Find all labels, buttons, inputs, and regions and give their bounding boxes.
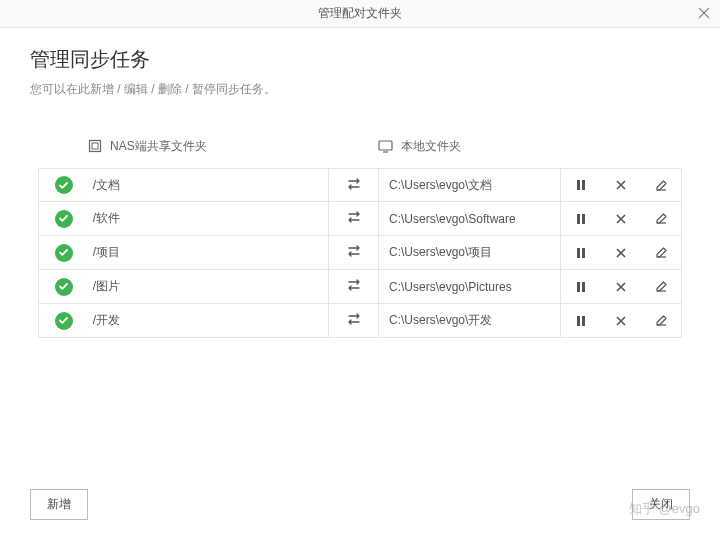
pause-icon[interactable]	[568, 179, 594, 191]
local-path: C:\Users\evgo\Software	[389, 212, 516, 226]
nas-column-label: NAS端共享文件夹	[110, 138, 207, 155]
sync-table: NAS端共享文件夹 本地文件夹 /文档 C	[30, 130, 690, 338]
edit-icon[interactable]	[648, 314, 674, 327]
add-button[interactable]: 新增	[30, 489, 88, 520]
pause-icon[interactable]	[568, 213, 594, 225]
svg-rect-0	[90, 141, 101, 152]
page-title: 管理同步任务	[30, 46, 690, 73]
nas-path: /软件	[93, 210, 120, 227]
sync-direction-icon	[346, 210, 362, 227]
status-ok-icon	[55, 312, 73, 330]
close-icon[interactable]	[698, 6, 710, 22]
svg-rect-13	[582, 316, 585, 326]
svg-rect-1	[92, 143, 98, 149]
delete-icon[interactable]	[608, 281, 634, 293]
nas-folder-icon	[88, 139, 102, 153]
edit-icon[interactable]	[648, 179, 674, 192]
content: 管理同步任务 您可以在此新增 / 编辑 / 删除 / 暂停同步任务。 NAS端共…	[0, 28, 720, 348]
local-path: C:\Users\evgo\开发	[389, 312, 492, 329]
pause-icon[interactable]	[568, 315, 594, 327]
nas-path: /开发	[93, 312, 120, 329]
svg-rect-4	[577, 180, 580, 190]
delete-icon[interactable]	[608, 179, 634, 191]
sync-direction-icon	[346, 244, 362, 261]
sync-direction-icon	[346, 177, 362, 194]
table-row: /软件 C:\Users\evgo\Software	[38, 202, 682, 236]
svg-rect-5	[582, 180, 585, 190]
svg-rect-9	[582, 248, 585, 258]
sync-direction-icon	[346, 278, 362, 295]
pause-icon[interactable]	[568, 281, 594, 293]
svg-rect-6	[577, 214, 580, 224]
status-ok-icon	[55, 210, 73, 228]
status-ok-icon	[55, 278, 73, 296]
titlebar: 管理配对文件夹	[0, 0, 720, 28]
local-path: C:\Users\evgo\文档	[389, 177, 492, 194]
local-monitor-icon	[378, 140, 393, 153]
local-path: C:\Users\evgo\项目	[389, 244, 492, 261]
sync-direction-icon	[346, 312, 362, 329]
table-row: /图片 C:\Users\evgo\Pictures	[38, 270, 682, 304]
pause-icon[interactable]	[568, 247, 594, 259]
table-row: /项目 C:\Users\evgo\项目	[38, 236, 682, 270]
page-subtitle: 您可以在此新增 / 编辑 / 删除 / 暂停同步任务。	[30, 81, 690, 98]
svg-rect-2	[379, 141, 392, 150]
edit-icon[interactable]	[648, 246, 674, 259]
table-row: /开发 C:\Users\evgo\开发	[38, 304, 682, 338]
delete-icon[interactable]	[608, 213, 634, 225]
status-ok-icon	[55, 244, 73, 262]
local-path: C:\Users\evgo\Pictures	[389, 280, 512, 294]
edit-icon[interactable]	[648, 212, 674, 225]
edit-icon[interactable]	[648, 280, 674, 293]
delete-icon[interactable]	[608, 315, 634, 327]
svg-rect-12	[577, 316, 580, 326]
close-button[interactable]: 关闭	[632, 489, 690, 520]
svg-rect-8	[577, 248, 580, 258]
table-head: NAS端共享文件夹 本地文件夹	[38, 130, 682, 162]
delete-icon[interactable]	[608, 247, 634, 259]
footer: 新增 关闭	[0, 489, 720, 520]
nas-path: /文档	[93, 177, 120, 194]
svg-rect-10	[577, 282, 580, 292]
status-ok-icon	[55, 176, 73, 194]
local-column-label: 本地文件夹	[401, 138, 461, 155]
nas-path: /项目	[93, 244, 120, 261]
nas-path: /图片	[93, 278, 120, 295]
svg-rect-11	[582, 282, 585, 292]
table-row: /文档 C:\Users\evgo\文档	[38, 168, 682, 202]
svg-rect-7	[582, 214, 585, 224]
titlebar-text: 管理配对文件夹	[318, 5, 402, 22]
